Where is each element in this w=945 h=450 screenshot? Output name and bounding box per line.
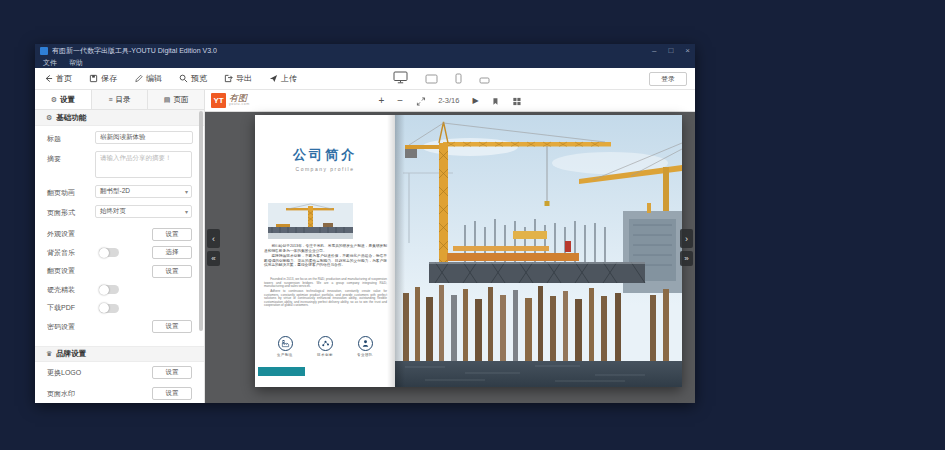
first-page-button[interactable]: « <box>207 251 220 266</box>
feature-team: 专业团队 <box>349 336 381 357</box>
network-icon <box>318 336 333 351</box>
upload-button[interactable]: 上传 <box>269 73 297 84</box>
settings-sidebar: ⚙ 设置 ≡ 目录 ▤ 页面 ⚙ 基础功能 标题 <box>35 90 205 403</box>
card-icon[interactable] <box>479 70 490 88</box>
person-icon <box>358 336 373 351</box>
maximize-button[interactable]: □ <box>668 44 673 58</box>
minimize-button[interactable]: – <box>652 44 656 58</box>
zoom-out-button[interactable]: − <box>397 96 403 106</box>
tab-settings[interactable]: ⚙ 设置 <box>35 90 92 109</box>
flip-settings-row: 翻页设置 设置 <box>35 262 204 281</box>
password-settings-button[interactable]: 设置 <box>152 320 192 333</box>
download-pdf-row: 下载PDF <box>35 299 204 318</box>
appearance-settings-row: 外观设置 设置 <box>35 225 204 244</box>
mobile-icon[interactable] <box>455 70 462 88</box>
viewer-controls: + − 2-3/16 ▶ <box>378 90 521 112</box>
page-layout-select[interactable]: 始终对页 ▾ <box>95 205 192 218</box>
background-music-choose-button[interactable]: 选择 <box>152 246 192 259</box>
title-input[interactable] <box>95 131 193 144</box>
company-profile-title: 公司简介 <box>255 146 395 164</box>
window-title: 有图新一代数字出版工具-YOUTU Digital Edition V3.0 <box>52 46 640 56</box>
app-icon <box>40 47 48 55</box>
crane-photo-small <box>268 203 353 239</box>
book-spread: 公司简介 Company profile <box>255 115 682 387</box>
fullscreen-button[interactable] <box>416 97 425 106</box>
password-settings-row: 密码设置 设置 <box>35 318 204 337</box>
watermark-row: 页面水印 设置 <box>35 383 204 403</box>
menubar: 文件 帮助 <box>35 58 695 68</box>
replace-logo-button[interactable]: 设置 <box>152 366 192 379</box>
right-page-construction-photo[interactable] <box>395 115 682 387</box>
brand-sub: youtu.com <box>229 103 250 107</box>
sidebar-tabs: ⚙ 设置 ≡ 目录 ▤ 页面 <box>35 90 204 110</box>
background-music-row: 背景音乐 选择 <box>35 244 204 263</box>
left-page[interactable]: 公司简介 Company profile <box>255 115 395 387</box>
summary-label: 摘要 <box>47 151 95 178</box>
page-layout-label: 页面形式 <box>47 205 95 218</box>
flip-animation-label: 翻页动画 <box>47 185 95 198</box>
left-nav-group: ‹ « <box>207 229 220 266</box>
title-field-row: 标题 <box>35 126 204 146</box>
yt-logo-icon: YT <box>211 93 226 108</box>
export-icon <box>224 74 233 83</box>
replace-logo-row: 更换LOGO 设置 <box>35 362 204 383</box>
flip-animation-row: 翻页动画 翻书型-2D ▾ <box>35 180 204 200</box>
last-page-button[interactable]: » <box>680 251 693 266</box>
basic-functions-header: ⚙ 基础功能 <box>35 110 204 126</box>
save-button[interactable]: 保存 <box>89 73 117 84</box>
watermark-button[interactable]: 设置 <box>152 387 192 400</box>
sidebar-scrollbar[interactable] <box>199 111 203 331</box>
tablet-icon[interactable] <box>425 70 438 88</box>
next-page-button[interactable]: › <box>680 229 693 248</box>
summary-textarea[interactable] <box>95 151 192 178</box>
company-profile-subtitle: Company profile <box>255 166 395 172</box>
appearance-settings-button[interactable]: 设置 <box>152 228 192 241</box>
prev-page-button[interactable]: ‹ <box>207 229 220 248</box>
flip-settings-button[interactable]: 设置 <box>152 265 192 278</box>
save-icon <box>89 74 98 83</box>
crown-icon: ♛ <box>46 350 52 358</box>
thumbnails-button[interactable] <box>513 97 522 106</box>
menu-file[interactable]: 文件 <box>43 58 57 68</box>
edit-button[interactable]: 编辑 <box>134 73 162 84</box>
chinese-paragraphs: 我们始创于2013年，专注于吊机、吊索具的研发生产制造，是集研发制造和销售服务为… <box>264 244 387 269</box>
back-arrow-icon <box>44 74 53 83</box>
gear-icon: ⚙ <box>46 114 52 122</box>
title-label: 标题 <box>47 131 95 144</box>
brand-logo: YT 有图 youtu.com <box>211 93 250 108</box>
page-indicator: 2-3/16 <box>438 97 459 105</box>
menu-help[interactable]: 帮助 <box>69 58 83 68</box>
desktop-icon[interactable] <box>393 70 408 88</box>
download-pdf-toggle[interactable] <box>99 304 119 313</box>
paper-plane-icon <box>269 74 278 83</box>
book-stage: ‹ « › » 公司简介 Company profile <box>205 112 695 403</box>
export-button[interactable]: 导出 <box>224 73 252 84</box>
magnifier-icon <box>179 74 188 83</box>
chevron-down-icon: ▾ <box>185 208 188 215</box>
app-window: 有图新一代数字出版工具-YOUTU Digital Edition V3.0 –… <box>35 44 695 403</box>
factory-icon <box>278 336 293 351</box>
background-music-toggle[interactable] <box>99 248 119 257</box>
brand-settings-header: ♛ 品牌设置 <box>35 346 204 362</box>
home-button[interactable]: 首页 <box>44 73 72 84</box>
tab-toc[interactable]: ≡ 目录 <box>92 90 149 109</box>
tab-pages[interactable]: ▤ 页面 <box>148 90 204 109</box>
viewer-toolbar: YT 有图 youtu.com + − 2-3/16 ▶ <box>205 90 695 112</box>
summary-field-row: 摘要 <box>35 146 204 180</box>
login-button[interactable]: 登录 <box>649 72 687 86</box>
autoplay-button[interactable]: ▶ <box>472 97 478 105</box>
right-nav-group: › » <box>680 229 693 266</box>
pencil-icon <box>134 74 143 83</box>
bookmark-button[interactable] <box>492 97 500 106</box>
book-preview-panel: YT 有图 youtu.com + − 2-3/16 ▶ <box>205 90 695 403</box>
main-toolbar: 首页 保存 编辑 预览 导出 上传 登录 <box>35 68 695 90</box>
preview-button[interactable]: 预览 <box>179 73 207 84</box>
feature-icons-row: 生产制造 技术创新 <box>265 336 385 357</box>
device-preview-group <box>393 68 490 90</box>
zoom-in-button[interactable]: + <box>378 96 384 106</box>
gear-icon: ⚙ <box>51 96 57 104</box>
flip-animation-select[interactable]: 翻书型-2D ▾ <box>95 185 192 198</box>
feature-innovation: 技术创新 <box>309 336 341 357</box>
close-button[interactable]: × <box>685 44 690 58</box>
hardcover-toggle[interactable] <box>99 285 119 294</box>
